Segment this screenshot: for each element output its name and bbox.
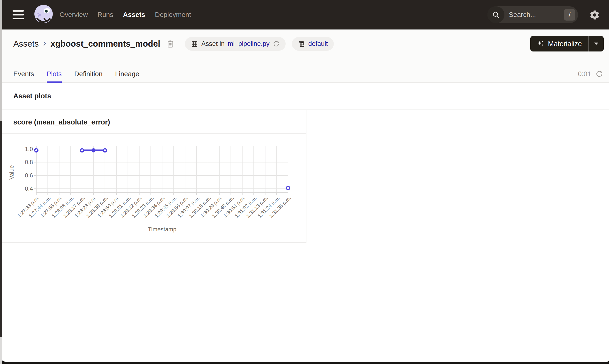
tab-lineage[interactable]: Lineage bbox=[115, 65, 139, 83]
data-point[interactable] bbox=[103, 149, 107, 152]
sparkles-icon bbox=[537, 40, 544, 48]
asset-page-header: Assets › xgboost_comments_model Asset in… bbox=[0, 29, 609, 83]
nav-deployment[interactable]: Deployment bbox=[155, 11, 191, 19]
y-axis-tick-label: 0.8 bbox=[14, 159, 33, 166]
app-window: Overview Runs Assets Deployment Search..… bbox=[0, 0, 609, 362]
x-axis-title: Timestamp bbox=[36, 226, 288, 233]
y-axis-tick-label: 0.6 bbox=[14, 172, 33, 179]
mae-line-chart[interactable]: Value Timestamp 1:27:33 p.m.1:27:44 p.m.… bbox=[0, 134, 306, 242]
asset-tags: Asset in ml_pipeline.py default bbox=[185, 37, 334, 51]
search-icon bbox=[487, 6, 504, 23]
materialize-button[interactable]: Materialize bbox=[530, 36, 588, 52]
dagster-logo[interactable] bbox=[31, 3, 56, 27]
data-point[interactable] bbox=[81, 149, 84, 152]
top-nav: Overview Runs Assets Deployment Search..… bbox=[0, 0, 609, 29]
chevron-down-icon bbox=[594, 42, 599, 45]
data-point[interactable] bbox=[35, 149, 38, 152]
breadcrumb-row: Assets › xgboost_comments_model Asset in… bbox=[13, 36, 604, 52]
breadcrumb-separator: › bbox=[43, 39, 46, 49]
nav-overview[interactable]: Overview bbox=[59, 11, 88, 19]
chart-title: score (mean_absolute_error) bbox=[13, 118, 110, 126]
materialize-dropdown-button[interactable] bbox=[589, 36, 604, 52]
refresh-timer: 0:01 bbox=[578, 70, 591, 78]
nav-assets[interactable]: Assets bbox=[123, 11, 145, 19]
tab-events[interactable]: Events bbox=[13, 65, 34, 83]
code-location-tag: Asset in ml_pipeline.py bbox=[185, 37, 286, 51]
menu-icon[interactable] bbox=[13, 10, 24, 19]
table-grid-icon bbox=[191, 40, 198, 48]
data-point[interactable] bbox=[92, 148, 96, 153]
page-title: xgboost_comments_model bbox=[51, 39, 160, 49]
code-location-link[interactable]: ml_pipeline.py bbox=[228, 40, 270, 48]
chart-card: score (mean_absolute_error) Value Timest… bbox=[0, 110, 306, 243]
asset-tabs: Events Plots Definition Lineage bbox=[13, 65, 139, 83]
refresh-status: 0:01 bbox=[578, 70, 603, 78]
copy-asset-name-icon[interactable] bbox=[166, 39, 175, 49]
reload-location-icon[interactable] bbox=[273, 40, 280, 47]
materialize-label: Materialize bbox=[548, 40, 582, 48]
tabs-row: Events Plots Definition Lineage 0:01 bbox=[13, 65, 603, 83]
y-axis-tick-label: 1.0 bbox=[14, 146, 33, 153]
workspace-icon bbox=[298, 40, 305, 48]
data-point[interactable] bbox=[287, 186, 290, 190]
breadcrumb-assets-link[interactable]: Assets bbox=[13, 39, 39, 49]
primary-nav: Overview Runs Assets Deployment bbox=[59, 0, 191, 29]
search-placeholder: Search... bbox=[509, 11, 564, 19]
card-divider bbox=[0, 133, 306, 134]
code-location-prefix: Asset in bbox=[201, 40, 225, 48]
materialize-button-group: Materialize bbox=[530, 36, 604, 52]
section-title: Asset plots bbox=[13, 92, 51, 100]
settings-gear-icon[interactable] bbox=[589, 9, 600, 21]
search-shortcut-badge: / bbox=[564, 9, 575, 21]
refresh-icon[interactable] bbox=[595, 70, 603, 78]
search-input[interactable]: Search... / bbox=[487, 6, 578, 23]
tab-plots[interactable]: Plots bbox=[47, 65, 62, 83]
definitions-link[interactable]: default bbox=[308, 40, 328, 48]
tab-definition[interactable]: Definition bbox=[74, 65, 103, 83]
y-axis-tick-label: 0.4 bbox=[14, 185, 33, 192]
section-header: Asset plots bbox=[0, 83, 609, 109]
definitions-tag: default bbox=[292, 37, 334, 51]
desktop-edge-strip bbox=[0, 0, 2, 364]
nav-runs[interactable]: Runs bbox=[97, 11, 113, 19]
